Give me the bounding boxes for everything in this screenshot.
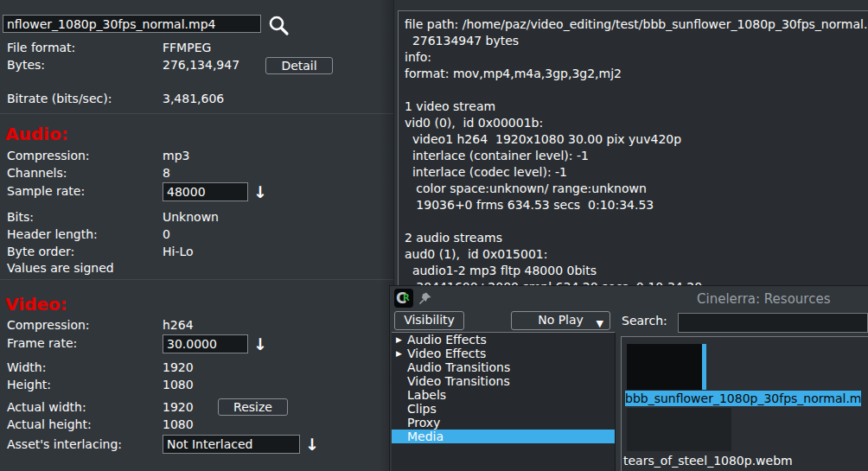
bytes-label: Bytes: (7, 58, 45, 72)
frame-rate-label: Frame rate: (7, 336, 77, 350)
tree-item-audio-transitions[interactable]: Audio Transitions (392, 360, 615, 374)
section-divider (0, 279, 393, 280)
detail-line: 1 video stream (405, 99, 868, 115)
bytes-value: 276,134,947 (163, 58, 239, 72)
detail-line: color space:unknown/ range:unknown (405, 181, 868, 197)
detail-line: video1 h264 1920x1080 30.00 pix yuv420p (405, 131, 868, 148)
actual-width-label: Actual width: (7, 400, 86, 414)
selection-highlight (702, 344, 706, 390)
channels-value: 8 (163, 166, 170, 180)
interlacing-dropdown-icon[interactable]: ↓ (305, 436, 319, 453)
play-mode-dropdown[interactable]: No Play ▼ (511, 311, 610, 330)
media-list: bbb_sunflower_1080p_30fps_normal.mp4 tea… (621, 336, 868, 471)
video-compression-value: h264 (163, 318, 194, 332)
height-label: Height: (7, 378, 51, 391)
tree-item-media[interactable]: Media (392, 430, 615, 443)
detail-line: 276134947 bytes (405, 33, 868, 49)
search-icon[interactable] (267, 14, 290, 36)
audio-compression-label: Compression: (7, 149, 90, 162)
detail-line: 30441600+2000 smpl 634.20 secs 0:10:34.2… (405, 279, 868, 285)
expand-icon[interactable]: ▶ (396, 347, 402, 360)
interlacing-input[interactable] (163, 435, 300, 454)
resources-tree: ▶ Audio Effects ▶ Video Effects Audio Tr… (392, 332, 616, 471)
resize-button[interactable]: Resize (218, 398, 288, 416)
pin-icon[interactable] (418, 291, 432, 305)
cinelerra-screen: File format: FFMPEG Bytes: 276,134,947 D… (0, 0, 868, 471)
video-compression-label: Compression: (7, 318, 90, 332)
actual-width-value: 1920 (163, 400, 194, 414)
height-value: 1080 (163, 378, 194, 391)
visibility-button[interactable]: Visibility (394, 311, 464, 330)
byte-order-value: Hi-Lo (163, 245, 194, 258)
expand-icon[interactable]: ▶ (396, 333, 402, 347)
header-length-label: Header length: (7, 227, 98, 241)
tree-item-video-effects[interactable]: ▶ Video Effects (392, 347, 615, 360)
file-format-label: File format: (7, 41, 75, 54)
app-icon[interactable]: C R (394, 289, 413, 308)
detail-line: format: mov,mp4,m4a,3gp,3g2,mj2 (405, 66, 868, 82)
tree-item-clips[interactable]: Clips (392, 402, 615, 416)
media-item-label[interactable]: bbb_sunflower_1080p_30fps_normal.mp4 (625, 391, 861, 406)
detail-line: vid0 (0), id 0x00001b: (405, 115, 868, 131)
search-label: Search: (622, 314, 667, 328)
width-value: 1920 (163, 360, 194, 374)
bits-value: Unknown (163, 210, 219, 224)
tree-item-labels[interactable]: Labels (392, 388, 615, 402)
tree-item-video-transitions[interactable]: Video Transitions (392, 374, 615, 388)
detail-button[interactable]: Detail (265, 57, 333, 74)
asset-info-panel: File format: FFMPEG Bytes: 276,134,947 D… (0, 0, 393, 471)
interlacing-label: Asset's interlacing: (7, 437, 122, 451)
detail-line: audio1-2 mp3 fltp 48000 0bits (405, 263, 868, 279)
resources-window: C R Cinelerra: Resources Visibility No P… (389, 285, 868, 471)
detail-line: 19036+0 frms 634.53 secs 0:10:34.53 (405, 197, 868, 213)
audio-compression-value: mp3 (163, 149, 189, 162)
media-thumbnail[interactable] (627, 408, 731, 451)
window-title: Cinelerra: Resources (697, 291, 830, 307)
detail-line: 2 audio streams (405, 230, 868, 246)
asset-path-input[interactable] (3, 15, 261, 33)
sample-rate-label: Sample rate: (7, 184, 85, 198)
asset-detail-window: file path: /home/paz/video_editing/test/… (393, 0, 868, 285)
tree-item-proxy[interactable]: Proxy (392, 416, 615, 430)
sample-rate-dropdown-icon[interactable]: ↓ (253, 183, 267, 200)
chevron-down-icon: ▼ (597, 315, 603, 332)
file-format-value: FFMPEG (163, 41, 211, 54)
width-label: Width: (7, 360, 46, 374)
frame-rate-dropdown-icon[interactable]: ↓ (253, 335, 267, 353)
detail-line: aud0 (1), id 0x015001: (405, 246, 868, 263)
detail-line (405, 213, 868, 230)
bitrate-value: 3,481,606 (163, 92, 224, 105)
detail-line: interlace (container level): -1 (405, 148, 868, 164)
actual-height-value: 1080 (163, 417, 194, 431)
section-divider (0, 113, 393, 114)
audio-section-heading: Audio: (5, 124, 68, 144)
play-mode-value: No Play (538, 313, 584, 327)
media-item-label[interactable]: tears_of_steel_1080p.webm (623, 454, 793, 468)
sample-rate-input[interactable] (163, 182, 248, 201)
frame-rate-input[interactable] (163, 334, 248, 353)
resources-titlebar[interactable]: C R Cinelerra: Resources (390, 286, 868, 310)
detail-line (405, 82, 868, 99)
bitrate-label: Bitrate (bits/sec): (7, 92, 112, 105)
bits-label: Bits: (7, 210, 34, 224)
search-input[interactable] (678, 313, 868, 333)
byte-order-label: Byte order: (7, 245, 74, 258)
tree-item-audio-effects[interactable]: ▶ Audio Effects (392, 333, 615, 347)
video-section-heading: Video: (5, 294, 67, 315)
channels-label: Channels: (7, 166, 67, 180)
detail-line: interlace (codec level): -1 (405, 164, 868, 181)
media-thumbnail[interactable] (627, 344, 702, 390)
values-signed-note: Values are signed (7, 261, 114, 275)
asset-detail-text: file path: /home/paz/video_editing/test/… (398, 10, 868, 285)
detail-line: file path: /home/paz/video_editing/test/… (405, 16, 868, 33)
actual-height-label: Actual height: (7, 417, 92, 431)
header-length-value: 0 (163, 227, 170, 241)
detail-line: info: (405, 49, 868, 66)
